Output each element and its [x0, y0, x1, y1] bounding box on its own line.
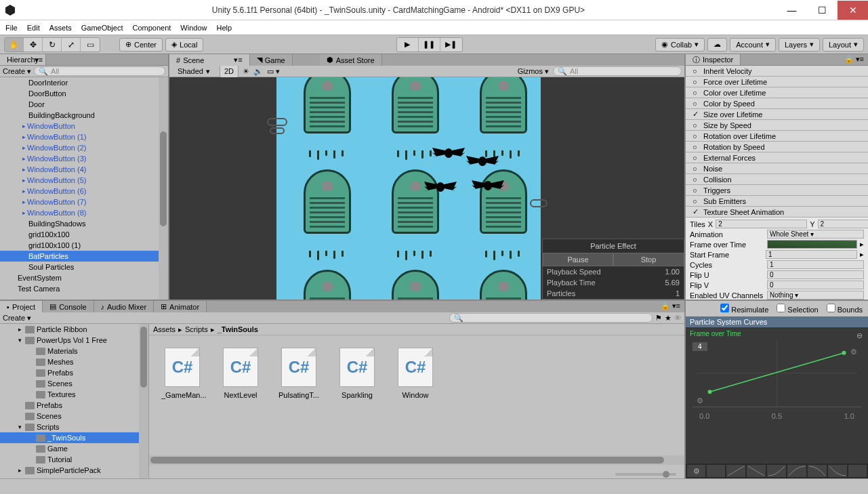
- particle-pause-button[interactable]: Pause: [543, 253, 613, 266]
- inspector-tab[interactable]: ⓘ Inspector: [686, 54, 741, 65]
- menu-component[interactable]: Component: [132, 24, 171, 32]
- scene-tab[interactable]: # Scene▾≡: [169, 54, 250, 66]
- hierarchy-create-button[interactable]: Create ▾: [3, 67, 31, 76]
- menu-gameobject[interactable]: GameObject: [81, 24, 123, 32]
- project-search[interactable]: 🔍: [449, 313, 653, 323]
- breadcrumb-item[interactable]: Assets: [153, 325, 175, 333]
- start-frame-input[interactable]: [766, 250, 857, 259]
- selection-checkbox[interactable]: Selection: [777, 304, 818, 314]
- cycles-input[interactable]: [767, 260, 864, 269]
- hierarchy-scrollbar[interactable]: [159, 77, 168, 300]
- project-tree-item[interactable]: ▸SimpleParticlePack: [0, 465, 148, 476]
- scene-view[interactable]: Particle Effect Pause Stop Playback Spee…: [169, 77, 684, 300]
- file-item[interactable]: C#_GameMan...: [161, 348, 203, 399]
- particle-stop-button[interactable]: Stop: [613, 253, 684, 266]
- rect-tool-button[interactable]: ▭: [81, 38, 100, 52]
- preset-button[interactable]: [787, 465, 806, 477]
- asset-store-tab[interactable]: ⬢ Asset Store: [320, 54, 382, 66]
- hierarchy-item[interactable]: BuildingBackground: [0, 110, 168, 121]
- project-tree-item[interactable]: ▸Particle Ribbon: [0, 324, 148, 335]
- hierarchy-search[interactable]: 🔍All: [34, 66, 165, 76]
- flipv-input[interactable]: [767, 281, 864, 289]
- project-tree-item[interactable]: Prefabs: [0, 367, 148, 378]
- curves-body[interactable]: Frame over Time ⊖ 4 ⚙ ⚙ 0.0 0.5 1.0: [686, 327, 868, 478]
- inspector-module[interactable]: ○External Forces: [686, 152, 868, 163]
- play-button[interactable]: ▶: [397, 38, 419, 52]
- inspector-module[interactable]: ✓Size over Lifetime: [686, 109, 868, 120]
- hierarchy-item[interactable]: Soul Particles: [0, 262, 168, 272]
- inspector-module[interactable]: ○Rotation by Speed: [686, 142, 868, 152]
- hierarchy-item[interactable]: Test Camera: [0, 283, 168, 294]
- curve-gear-right-icon[interactable]: ⚙: [850, 348, 857, 356]
- hierarchy-item[interactable]: EventSystem: [0, 272, 168, 283]
- console-tab[interactable]: ▤ Console: [43, 301, 94, 312]
- pause-button[interactable]: ❚❚: [419, 38, 440, 52]
- inspector-module[interactable]: ○Rotation over Lifetime: [686, 131, 868, 142]
- menu-assets[interactable]: Assets: [49, 24, 72, 32]
- frame-curve-field[interactable]: [767, 240, 857, 249]
- hierarchy-item[interactable]: ▸WindowButton (4): [0, 164, 168, 175]
- scale-tool-button[interactable]: ⤢: [62, 38, 81, 52]
- step-button[interactable]: ▶❚: [440, 38, 462, 52]
- project-tree-item[interactable]: Scenes: [0, 411, 148, 421]
- file-item[interactable]: C#Sparkling: [336, 348, 378, 399]
- inspector-module[interactable]: ○Sub Emitters: [686, 196, 868, 207]
- favorite-icon[interactable]: ★: [665, 314, 671, 323]
- hierarchy-item[interactable]: ▸WindowButton (5): [0, 175, 168, 186]
- move-tool-button[interactable]: ✥: [24, 38, 43, 52]
- close-button[interactable]: ✕: [838, 1, 868, 20]
- project-create-button[interactable]: Create ▾: [3, 314, 31, 323]
- fx-icon[interactable]: ▭ ▾: [267, 67, 280, 76]
- project-tree-item[interactable]: Scenes: [0, 378, 148, 389]
- layers-button[interactable]: Layers ▾: [779, 38, 820, 52]
- preset-button[interactable]: [747, 465, 766, 477]
- tiles-x-input[interactable]: [716, 220, 807, 228]
- project-tree-item[interactable]: Materials: [0, 346, 148, 356]
- hierarchy-tab[interactable]: Hierarchy▾≡: [0, 54, 46, 65]
- inspector-module[interactable]: ○Force over Lifetime: [686, 77, 868, 87]
- gizmos-dropdown[interactable]: Gizmos ▾: [518, 67, 549, 76]
- shaded-dropdown[interactable]: Shaded ▾: [172, 64, 215, 78]
- audio-icon[interactable]: 🔊: [253, 67, 263, 76]
- hierarchy-item[interactable]: grid100x100 (1): [0, 240, 168, 251]
- project-tree-item[interactable]: Meshes: [0, 356, 148, 367]
- hierarchy-item[interactable]: ▸WindowButton (8): [0, 207, 168, 218]
- inspector-module[interactable]: ○Size by Speed: [686, 120, 868, 131]
- project-tree-item[interactable]: ▾Scripts: [0, 421, 148, 432]
- zoom-slider[interactable]: [615, 473, 676, 476]
- preset-button[interactable]: [848, 465, 867, 477]
- inspector-module[interactable]: ✓Texture Sheet Animation: [686, 207, 868, 218]
- 2d-toggle[interactable]: 2D: [220, 64, 239, 78]
- minimize-button[interactable]: —: [777, 1, 807, 20]
- flipu-input[interactable]: [767, 270, 864, 279]
- breadcrumb-item[interactable]: _TwinSouls: [218, 325, 258, 333]
- project-tree-item[interactable]: _TwinSouls: [0, 432, 148, 443]
- animator-tab[interactable]: ⊞ Animator: [154, 301, 207, 312]
- cloud-button[interactable]: ☁: [707, 38, 727, 52]
- scene-search[interactable]: 🔍All: [553, 66, 682, 76]
- preset-button[interactable]: [707, 465, 725, 477]
- tiles-y-input[interactable]: [818, 220, 868, 228]
- pivot-mode-button[interactable]: ⊕ Center: [119, 38, 163, 52]
- layout-button[interactable]: Layout ▾: [823, 38, 864, 52]
- uv-channels-dropdown[interactable]: Nothing ▾: [767, 291, 864, 300]
- preset-button[interactable]: [828, 465, 847, 477]
- file-item[interactable]: C#NextLevel: [220, 348, 262, 399]
- inspector-module[interactable]: ○Collision: [686, 174, 868, 185]
- hierarchy-item[interactable]: ▸WindowButton (2): [0, 142, 168, 153]
- project-tree-item[interactable]: Game: [0, 443, 148, 454]
- menu-file[interactable]: File: [5, 24, 18, 32]
- project-tree-item[interactable]: Prefabs: [0, 400, 148, 411]
- pivot-rotation-button[interactable]: ◈ Local: [165, 38, 203, 52]
- hierarchy-item[interactable]: ▸WindowButton (7): [0, 197, 168, 207]
- hierarchy-item[interactable]: DoorButton: [0, 88, 168, 99]
- project-tree-item[interactable]: Textures: [0, 389, 148, 400]
- hierarchy-item[interactable]: Door: [0, 99, 168, 110]
- resimulate-checkbox[interactable]: Resimulate: [720, 304, 768, 314]
- hierarchy-item[interactable]: ▸WindowButton (3): [0, 153, 168, 164]
- hierarchy-item[interactable]: ▸WindowButton (6): [0, 186, 168, 197]
- inspector-module[interactable]: ○Noise: [686, 163, 868, 174]
- rotate-tool-button[interactable]: ↻: [43, 38, 62, 52]
- preset-button[interactable]: [808, 465, 827, 477]
- game-tab[interactable]: ◥ Game: [250, 54, 293, 66]
